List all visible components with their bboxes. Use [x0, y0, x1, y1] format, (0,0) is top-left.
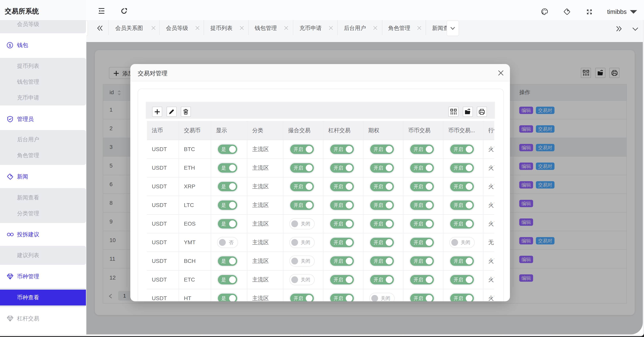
svg-text:$: $	[9, 43, 11, 48]
